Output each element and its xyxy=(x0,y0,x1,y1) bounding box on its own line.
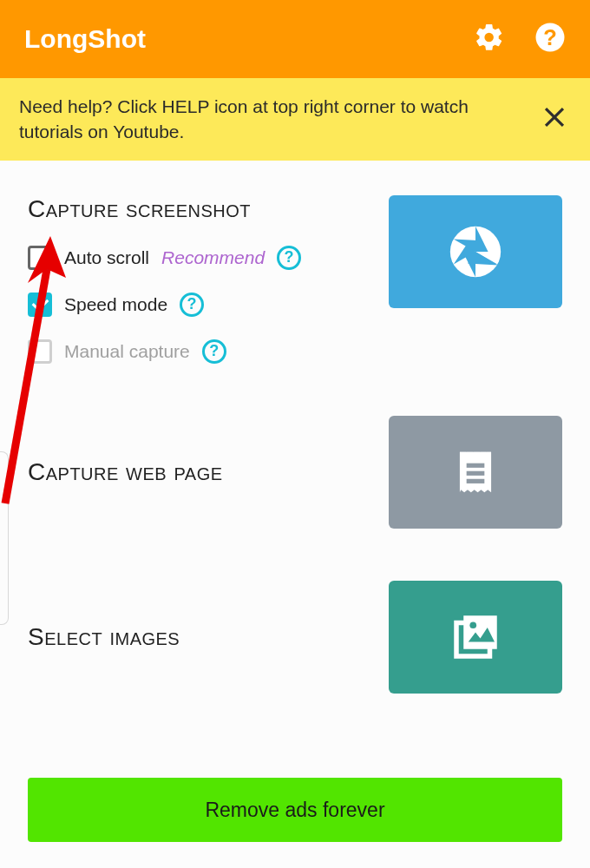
side-handle xyxy=(0,451,9,625)
app-header: LongShot ? xyxy=(0,0,590,78)
gear-icon[interactable] xyxy=(474,22,505,56)
help-icon[interactable]: ? xyxy=(534,22,566,56)
images-icon xyxy=(447,608,504,666)
question-icon[interactable]: ? xyxy=(202,339,226,364)
manual-capture-label: Manual capture xyxy=(64,341,190,362)
header-icons: ? xyxy=(474,22,566,56)
question-icon[interactable]: ? xyxy=(277,246,301,270)
svg-rect-3 xyxy=(467,463,485,467)
aperture-icon xyxy=(445,221,506,282)
capture-web-page-section: Capture web page xyxy=(28,416,562,529)
svg-point-9 xyxy=(469,621,476,628)
manual-capture-row: Manual capture ? xyxy=(28,339,368,364)
capture-screenshot-button[interactable] xyxy=(389,195,562,308)
auto-scroll-row: Auto scroll Recommend ? xyxy=(28,246,368,270)
auto-scroll-label: Auto scroll xyxy=(64,247,149,268)
receipt-icon xyxy=(449,445,502,499)
select-images-section: Select images xyxy=(28,581,562,694)
svg-rect-7 xyxy=(463,615,497,649)
question-icon[interactable]: ? xyxy=(180,293,204,317)
help-banner: Need help? Click HELP icon at top right … xyxy=(0,78,590,161)
speed-mode-checkbox[interactable] xyxy=(28,293,52,317)
banner-text: Need help? Click HELP icon at top right … xyxy=(19,94,528,145)
speed-mode-label: Speed mode xyxy=(64,294,167,315)
capture-screenshot-section: Capture screenshot Auto scroll Recommend… xyxy=(28,195,562,364)
svg-rect-4 xyxy=(467,470,485,475)
svg-text:?: ? xyxy=(543,25,557,49)
speed-mode-row: Speed mode ? xyxy=(28,293,368,317)
manual-capture-checkbox xyxy=(28,339,52,364)
capture-screenshot-title: Capture screenshot xyxy=(28,195,368,223)
capture-web-page-title: Capture web page xyxy=(28,458,223,486)
app-title: LongShot xyxy=(24,24,474,54)
svg-rect-5 xyxy=(467,479,485,483)
select-images-button[interactable] xyxy=(389,581,562,694)
remove-ads-button[interactable]: Remove ads forever xyxy=(28,778,562,842)
recommend-badge: Recommend xyxy=(161,247,265,268)
close-icon[interactable] xyxy=(538,101,571,137)
remove-ads-label: Remove ads forever xyxy=(205,799,384,822)
select-images-title: Select images xyxy=(28,623,180,651)
capture-web-page-button[interactable] xyxy=(389,416,562,529)
auto-scroll-checkbox[interactable] xyxy=(28,246,52,270)
